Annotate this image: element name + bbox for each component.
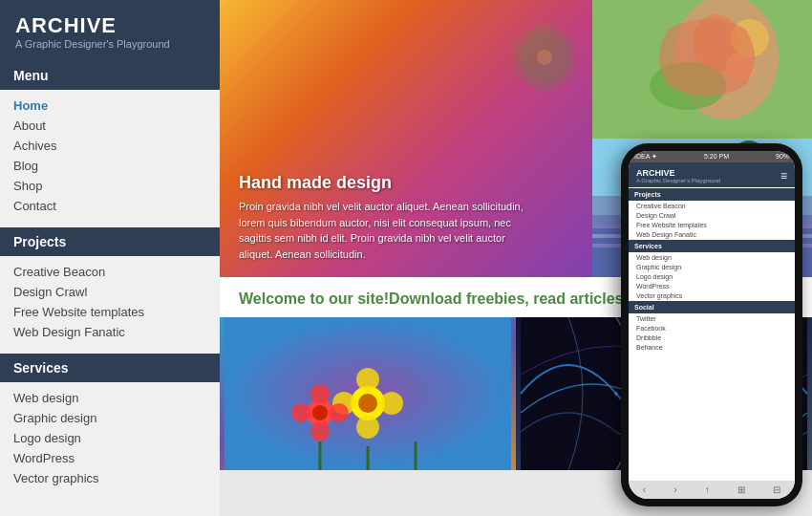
- phone-social-2[interactable]: Facebook: [629, 323, 795, 333]
- banner-title: Hand made design: [239, 173, 525, 193]
- nav-item-contact[interactable]: Contact: [0, 196, 220, 216]
- svg-point-31: [312, 405, 328, 420]
- phone-logo-sub: A Graphic Designer's Playground: [636, 178, 720, 183]
- phone-services-header: Services: [629, 240, 795, 252]
- face-paint-image: [592, 0, 812, 139]
- project-item[interactable]: Design Crawl: [0, 282, 220, 302]
- phone-project-2[interactable]: Design Crawl: [629, 210, 795, 220]
- phone-social-header: Social: [629, 301, 795, 313]
- project-item[interactable]: Web Design Fanatic: [0, 322, 220, 342]
- projects-header: Projects: [0, 227, 220, 256]
- main-nav: HomeAboutAchivesBlogShopContact: [0, 90, 220, 226]
- phone-menu-icon[interactable]: ≡: [780, 169, 787, 183]
- service-item[interactable]: WordPress: [0, 448, 220, 468]
- svg-point-37: [614, 392, 618, 396]
- phone-bottom-bar: ‹ › ↑ ⊞ ⊟: [629, 481, 795, 499]
- projects-nav: Creative BeaconDesign CrawlFree Website …: [0, 256, 220, 352]
- flower-decoration: [506, 19, 583, 96]
- banner-body: Proin gravida nibh vel velit auctor aliq…: [239, 199, 525, 262]
- service-item[interactable]: Logo design: [0, 428, 220, 448]
- service-item[interactable]: Graphic design: [0, 408, 220, 428]
- service-item[interactable]: Web design: [0, 388, 220, 408]
- mobile-preview: IDEA ✦ 5:20 PM 90% ARCHIVE A Graphic Des…: [621, 143, 812, 516]
- phone-forward-icon[interactable]: ›: [673, 484, 676, 495]
- phone-tabs-icon[interactable]: ⊞: [737, 484, 745, 495]
- phone-project-3[interactable]: Free Website templates: [629, 220, 795, 229]
- svg-point-3: [537, 50, 552, 65]
- phone-projects-header: Projects: [629, 188, 795, 201]
- phone-bookmarks-icon[interactable]: ⊟: [773, 484, 780, 495]
- face-svg: [592, 0, 812, 139]
- site-title: ARCHIVE: [15, 13, 204, 38]
- nav-item-home[interactable]: Home: [0, 96, 220, 116]
- services-header: Services: [0, 354, 220, 382]
- phone-social-4[interactable]: Behance: [629, 342, 795, 352]
- flowers-svg: [220, 317, 516, 470]
- flowers-image: [220, 317, 516, 470]
- welcome-highlight: Welcome: [239, 290, 306, 307]
- phone-service-5[interactable]: Vector graphics: [629, 290, 795, 300]
- banner-text-block: Hand made design Proin gravida nibh vel …: [239, 173, 525, 262]
- main-content: Hand made design Proin gravida nibh vel …: [220, 0, 812, 516]
- phone-logo-title: ARCHIVE: [636, 168, 720, 178]
- phone-status-time: 5:20 PM: [704, 153, 729, 161]
- phone-service-2[interactable]: Graphic design: [629, 262, 795, 271]
- nav-item-achives[interactable]: Achives: [0, 136, 220, 156]
- svg-point-27: [310, 384, 330, 403]
- phone-screen: IDEA ✦ 5:20 PM 90% ARCHIVE A Graphic Des…: [629, 151, 795, 499]
- phone-social-1[interactable]: Twitter: [629, 313, 795, 323]
- svg-point-21: [356, 368, 379, 391]
- phone-share-icon[interactable]: ↑: [705, 484, 710, 495]
- svg-point-22: [356, 416, 379, 439]
- project-item[interactable]: Free Website templates: [0, 302, 220, 322]
- banner-photo-top: [592, 0, 812, 139]
- svg-point-29: [291, 403, 310, 422]
- svg-point-24: [380, 392, 403, 415]
- project-item[interactable]: Creative Beacon: [0, 262, 220, 282]
- nav-item-shop[interactable]: Shop: [0, 176, 220, 196]
- nav-item-about[interactable]: About: [0, 116, 220, 136]
- site-subtitle: A Graphic Designer's Playground: [15, 38, 204, 50]
- phone-social-3[interactable]: Dribbble: [629, 333, 795, 342]
- phone-project-1[interactable]: Creative Beacon: [629, 201, 795, 210]
- nav-item-blog[interactable]: Blog: [0, 156, 220, 176]
- phone-statusbar: IDEA ✦ 5:20 PM 90%: [629, 151, 795, 162]
- phone-service-3[interactable]: Logo design: [629, 271, 795, 281]
- phone-status-battery: 90%: [776, 153, 789, 161]
- phone-service-4[interactable]: WordPress: [629, 281, 795, 290]
- phone-back-icon[interactable]: ‹: [643, 484, 646, 495]
- service-item[interactable]: Vector graphics: [0, 468, 220, 488]
- phone-logo: ARCHIVE A Graphic Designer's Playground …: [629, 162, 795, 187]
- phone-service-1[interactable]: Web design: [629, 252, 795, 262]
- banner-gradient: Hand made design Proin gravida nibh vel …: [220, 0, 592, 277]
- sidebar: ARCHIVE A Graphic Designer's Playground …: [0, 0, 220, 516]
- svg-point-25: [358, 394, 377, 413]
- phone-project-4[interactable]: Web Design Fanatic: [629, 229, 795, 239]
- svg-point-28: [310, 422, 330, 441]
- phone-outer: IDEA ✦ 5:20 PM 90% ARCHIVE A Graphic Des…: [621, 143, 802, 506]
- logo-block: ARCHIVE A Graphic Designer's Playground: [0, 0, 220, 61]
- services-nav: Web designGraphic designLogo designWordP…: [0, 382, 220, 498]
- phone-status-left: IDEA ✦: [634, 153, 657, 161]
- menu-header: Menu: [0, 61, 220, 90]
- svg-point-30: [330, 403, 349, 422]
